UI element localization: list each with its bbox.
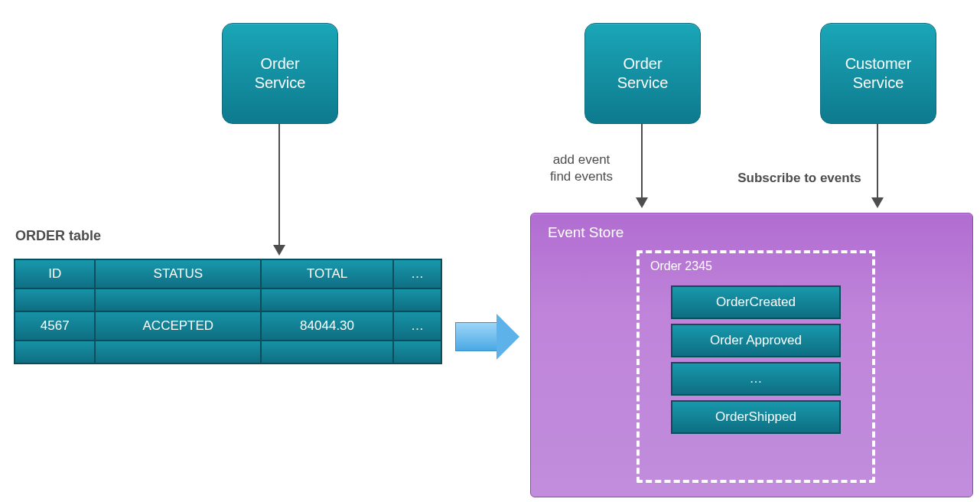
arrow-head-order	[636, 197, 648, 208]
order-service-label-left: OrderService	[255, 54, 306, 93]
customer-service-label: CustomerService	[845, 54, 912, 93]
event-item: OrderShipped	[671, 400, 841, 434]
customer-service-box: CustomerService	[820, 23, 936, 124]
arrow-line-order	[641, 124, 643, 199]
order-table-header-row: ID STATUS TOTAL …	[15, 259, 441, 288]
order-table: ID STATUS TOTAL … 4567 ACCEPTED 84044.30…	[14, 259, 442, 364]
arrow-line-customer	[877, 124, 878, 199]
order-service-box-left: OrderService	[222, 23, 338, 124]
arrow-head-left	[273, 245, 285, 256]
order-table-caption: ORDER table	[15, 228, 101, 244]
arrow-line-left	[278, 124, 280, 246]
event-store-box: Event Store Order 2345 OrderCreated Orde…	[530, 213, 973, 497]
col-status: STATUS	[95, 259, 261, 288]
order-service-box-right: OrderService	[584, 23, 701, 124]
event-item: Order Approved	[671, 324, 841, 357]
order-group-box: Order 2345 OrderCreated Order Approved ……	[637, 250, 875, 483]
customer-arrow-caption: Subscribe to events	[731, 170, 868, 187]
table-row	[15, 341, 441, 363]
order-service-label-right: OrderService	[617, 54, 669, 93]
event-item: OrderCreated	[671, 285, 841, 319]
table-row: 4567 ACCEPTED 84044.30 …	[15, 311, 441, 341]
table-row	[15, 288, 441, 311]
arrow-head-customer	[871, 197, 884, 208]
order-group-title: Order 2345	[640, 253, 872, 281]
event-store-title: Event Store	[531, 214, 972, 241]
order-arrow-caption: add eventfind events	[536, 152, 627, 185]
col-id: ID	[15, 259, 95, 288]
transition-arrow-icon	[455, 314, 519, 360]
col-total: TOTAL	[261, 259, 393, 288]
col-more: …	[393, 259, 441, 288]
event-item: …	[671, 362, 841, 396]
